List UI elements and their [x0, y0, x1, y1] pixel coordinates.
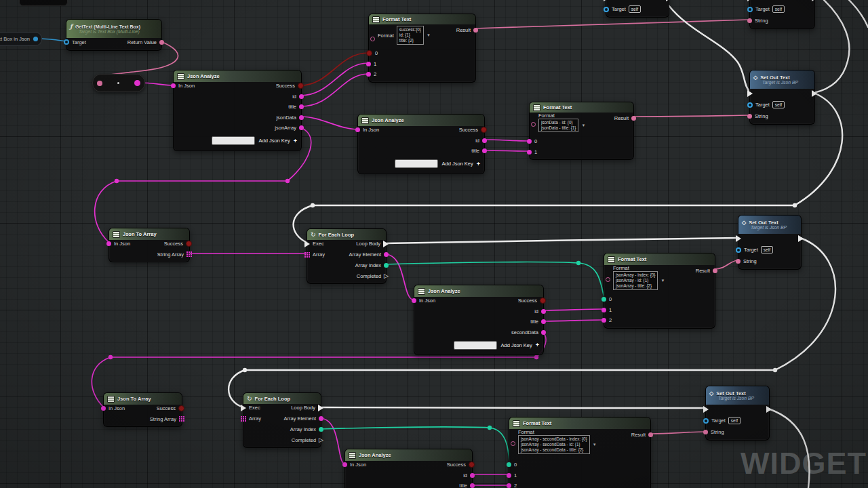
array-pin[interactable] [241, 416, 246, 422]
string-pin[interactable] [507, 473, 511, 478]
for-each-loop-1[interactable]: ↻For Each LoopExecLoop BodyArrayArray El… [307, 228, 387, 284]
object-pin[interactable] [747, 102, 753, 108]
format-text-3[interactable]: Format TextFormatjsonArray - index: {0}j… [604, 253, 715, 329]
string-pin[interactable] [299, 125, 304, 130]
dropdown-arrow-icon[interactable]: ▼ [660, 279, 665, 283]
text-pin[interactable] [159, 40, 164, 45]
exec-pin-hollow[interactable]: ▷ [319, 437, 323, 443]
int-pin[interactable] [601, 297, 606, 302]
reroute-node[interactable] [92, 74, 145, 92]
json-analyze-4[interactable]: Json AnalyzeIn JsonSuccessidtitleAdd Jso… [344, 449, 473, 488]
exec-pin[interactable] [241, 405, 246, 411]
exec-pin-hollow[interactable]: ▷ [384, 273, 389, 279]
exec-pin[interactable] [666, 0, 671, 1]
array-pin[interactable] [304, 252, 310, 258]
self-chip[interactable]: self [728, 417, 741, 424]
format-pin[interactable] [511, 441, 515, 446]
string-pin[interactable] [342, 462, 347, 467]
format-text-1[interactable]: Format TextFormatsuccess:{0}id: {1}title… [368, 14, 476, 83]
text-pin[interactable] [747, 18, 752, 23]
plus-icon[interactable]: + [294, 138, 297, 144]
format-text-4[interactable]: Format TextFormatjsonArray - secondData … [509, 417, 651, 488]
partial-set-out-b[interactable]: TargetselfString [749, 0, 815, 29]
blueprint-graph-canvas[interactable]: Text Box in JsonƒGetText (Multi-Line Tex… [0, 0, 868, 488]
self-chip[interactable]: self [772, 101, 785, 108]
exec-pin[interactable] [736, 235, 741, 242]
exec-pin[interactable] [747, 0, 753, 1]
json-key-input[interactable] [212, 136, 255, 145]
text-pin[interactable] [648, 432, 653, 437]
object-pin[interactable] [747, 7, 753, 12]
format-text-input[interactable]: jsonData - id: {0}jsonData - title: {1} [538, 119, 578, 132]
format-text-input[interactable]: jsonArray - index: {0}jsonArray - id: {1… [613, 271, 658, 290]
for-each-loop-2[interactable]: ↻For Each LoopExecLoop BodyArrayArray El… [243, 392, 321, 448]
exec-pin[interactable] [318, 405, 323, 411]
bool-pin[interactable] [186, 241, 192, 247]
bool-pin[interactable] [366, 50, 372, 56]
string-pin[interactable] [171, 83, 176, 88]
bool-pin[interactable] [540, 298, 546, 304]
partial-set-out-a[interactable]: Targetself [606, 0, 669, 18]
set-out-text-2[interactable]: ◇Set Out TextTarget is Json BPTargetself… [738, 215, 802, 270]
string-pin[interactable] [527, 139, 532, 144]
format-text-2[interactable]: Format TextFormatjsonData - id: {0}jsonD… [529, 102, 634, 160]
format-pin[interactable] [531, 122, 536, 127]
string-pin[interactable] [299, 104, 304, 109]
string-pin[interactable] [355, 127, 360, 132]
bool-pin[interactable] [298, 83, 304, 89]
string-pin[interactable] [482, 148, 487, 153]
bool-pin[interactable] [469, 462, 475, 468]
string-pin[interactable] [366, 72, 371, 77]
json-key-input[interactable] [395, 159, 438, 168]
bool-pin[interactable] [481, 127, 487, 133]
text-pin[interactable] [747, 114, 752, 119]
exec-pin[interactable] [747, 90, 753, 97]
string-pin[interactable] [384, 252, 389, 257]
set-out-text-3[interactable]: ◇Set Out TextTarget is Json BPTargetself… [705, 386, 770, 441]
gettext-node[interactable]: ƒGetText (Multi-Line Text Box)Target is … [66, 19, 162, 51]
exec-pin[interactable] [798, 235, 804, 242]
text-pin[interactable] [736, 259, 741, 264]
object-pin[interactable] [33, 37, 38, 41]
json-analyze-2[interactable]: Json AnalyzeIn JsonSuccessidtitleAdd Jso… [357, 114, 485, 174]
string-pin[interactable] [134, 80, 140, 86]
json-analyze-1[interactable]: Json AnalyzeIn JsonSuccessidtitlejsonDat… [173, 70, 302, 151]
json-analyze-3[interactable]: Json AnalyzeIn JsonSuccessidtitlesecondD… [414, 285, 544, 355]
string-pin[interactable] [299, 94, 304, 99]
plus-icon[interactable]: + [477, 161, 480, 167]
exec-pin[interactable] [604, 0, 609, 1]
string-pin[interactable] [412, 298, 416, 303]
string-pin[interactable] [106, 241, 111, 246]
dropdown-arrow-icon[interactable]: ▼ [593, 443, 597, 447]
exec-pin[interactable] [383, 241, 389, 247]
text-pin[interactable] [631, 116, 636, 121]
exec-pin[interactable] [766, 406, 772, 413]
exec-pin[interactable] [304, 241, 310, 247]
string-pin[interactable] [299, 115, 304, 120]
string-pin[interactable] [366, 62, 371, 66]
format-text-input[interactable]: jsonArray - secondData - index: {0}jsonA… [518, 435, 590, 454]
text-pin[interactable] [713, 268, 717, 273]
object-pin[interactable] [604, 7, 609, 12]
string-pin[interactable] [319, 416, 323, 421]
exec-pin[interactable] [812, 90, 817, 97]
array-pin[interactable] [179, 416, 184, 422]
bool-pin[interactable] [178, 405, 184, 411]
format-text-input[interactable]: success:{0}id: {1}title: {2} [397, 26, 424, 45]
int-pin[interactable] [384, 263, 389, 268]
int-pin[interactable] [507, 462, 511, 467]
string-pin[interactable] [601, 308, 606, 312]
array-pin[interactable] [186, 251, 192, 257]
string-pin[interactable] [470, 483, 475, 488]
string-pin[interactable] [101, 406, 106, 411]
object-pin[interactable] [736, 247, 741, 253]
text-box-in-json-getter[interactable]: Text Box in Json [0, 32, 42, 46]
string-pin[interactable] [541, 319, 546, 324]
dropdown-arrow-icon[interactable]: ▼ [581, 123, 585, 127]
exec-pin[interactable] [812, 0, 817, 1]
string-pin[interactable] [541, 309, 546, 314]
object-pin[interactable] [64, 39, 69, 45]
plus-icon[interactable]: + [536, 342, 539, 348]
string-pin[interactable] [527, 150, 532, 155]
json-to-array-2[interactable]: Json To ArrayIn JsonSuccessString Array [103, 392, 182, 427]
